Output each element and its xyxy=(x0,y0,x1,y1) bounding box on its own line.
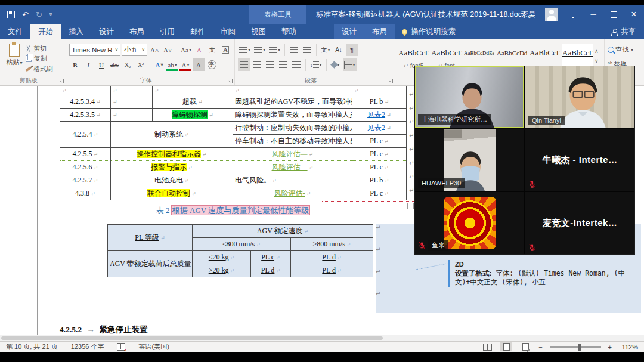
numbering-button[interactable]: ▾ xyxy=(253,44,267,56)
tab-table-design[interactable]: 设计 xyxy=(334,24,364,39)
italic-button[interactable]: I xyxy=(82,58,94,71)
read-mode-button[interactable] xyxy=(481,342,493,351)
strikethrough-button[interactable]: abc xyxy=(109,58,120,71)
multilevel-list-button[interactable]: ▾ xyxy=(268,44,281,56)
asian-layout-button[interactable]: 文▾ xyxy=(320,44,332,56)
paste-label: 粘贴 xyxy=(6,58,19,66)
styles-scroll-up-button[interactable]: ∧ xyxy=(595,48,599,54)
tab-help[interactable]: 帮助 xyxy=(274,24,304,39)
justify-button[interactable] xyxy=(277,58,289,71)
find-button[interactable]: 查找 ▾ xyxy=(608,42,641,57)
table-resize-handle[interactable] xyxy=(407,203,414,209)
phonetic-guide-button[interactable]: 文 xyxy=(206,44,218,56)
restore-button[interactable] xyxy=(608,5,619,24)
share-button[interactable]: 共享 xyxy=(603,24,644,39)
ribbon-display-options-button[interactable] xyxy=(568,5,578,24)
tab-layout[interactable]: 布局 xyxy=(122,24,152,39)
account-name[interactable]: 李昊 xyxy=(521,10,535,20)
align-left-button[interactable] xyxy=(238,58,250,71)
show-marks-button[interactable]: ¶ xyxy=(346,44,358,56)
text-effects-button[interactable]: A▾ xyxy=(153,58,165,71)
font-name-combo[interactable]: Times New R∨ xyxy=(69,44,120,56)
superscript-button[interactable]: X² xyxy=(135,58,147,71)
tab-table-layout[interactable]: 布局 xyxy=(364,24,395,39)
tab-insert[interactable]: 插入 xyxy=(61,24,91,39)
paste-dropdown-icon: ▾ xyxy=(20,60,22,66)
format-painter-label: 格式刷 xyxy=(33,64,53,73)
redo-button[interactable]: ↻ xyxy=(36,11,42,18)
tab-review[interactable]: 审阅 xyxy=(213,24,243,39)
sort-button[interactable]: A↓ xyxy=(333,44,345,56)
zoom-slider[interactable] xyxy=(550,346,601,348)
minimize-button[interactable]: ─ xyxy=(588,5,599,24)
tab-design[interactable]: 设计 xyxy=(91,24,122,39)
styles-scroll-down-button[interactable]: ∨ xyxy=(595,58,599,64)
increase-indent-button[interactable] xyxy=(301,44,313,56)
page-indicator[interactable]: 第 10 页, 共 21 页 xyxy=(6,342,58,351)
tab-home[interactable]: 开始 xyxy=(30,24,61,39)
clipboard-dialog-launcher[interactable] xyxy=(59,79,64,83)
tab-file[interactable]: 文件 xyxy=(0,24,30,39)
video-tile-huawei-p30[interactable]: HUAWEI P30 xyxy=(415,129,524,191)
clear-formatting-button[interactable]: A xyxy=(193,44,205,56)
font-size-combo[interactable]: 小五∨ xyxy=(122,44,147,56)
video-tile-qin-tianyi[interactable]: Qin Tianyi xyxy=(525,66,634,128)
print-layout-button[interactable] xyxy=(500,342,512,351)
copy-button[interactable]: 复制 xyxy=(26,54,53,64)
tab-references[interactable]: 引用 xyxy=(152,24,182,39)
video-tile-active-speaker[interactable]: 上海电器科学研究所… xyxy=(415,66,524,128)
paste-button[interactable]: 粘贴▾ xyxy=(3,42,26,74)
bold-button[interactable]: B xyxy=(69,58,81,71)
video-tile-mai-jingwen[interactable]: 麦竞文-Intertek… xyxy=(525,192,634,254)
cut-button[interactable]: 剪切 xyxy=(26,44,53,54)
tell-me-search[interactable]: 操作说明搜索 xyxy=(395,24,463,39)
video-tile-yumi[interactable]: 鱼米 xyxy=(415,192,524,254)
zoom-out-button[interactable]: − xyxy=(538,344,542,351)
language-indicator[interactable]: 英语(美国) xyxy=(138,342,169,351)
decrease-indent-button[interactable] xyxy=(288,44,300,56)
close-button[interactable]: × xyxy=(628,5,639,24)
format-painter-button[interactable]: 格式刷 xyxy=(26,64,53,74)
change-case-button[interactable]: Aa▾ xyxy=(180,44,192,56)
character-shading-button[interactable]: A xyxy=(193,58,205,71)
muted-mic-icon xyxy=(528,243,536,251)
distribute-button[interactable] xyxy=(290,58,302,71)
video-tile-niu-xijie[interactable]: 牛曦杰 - Interte… xyxy=(525,129,634,191)
line-spacing-button[interactable]: ↕▾ xyxy=(309,58,323,71)
subscript-button[interactable]: X₂ xyxy=(122,58,134,71)
risk-table[interactable]: 4.2.5.3.4 超载 因超载引起的AGV不稳定，而导致冲撞人员风险。 PL … xyxy=(60,86,407,200)
proofing-status-icon[interactable] xyxy=(117,343,125,351)
see-table2-link[interactable]: 见表2 xyxy=(367,110,385,119)
tab-mailings[interactable]: 邮件 xyxy=(182,24,213,39)
font-color-button[interactable]: A▾ xyxy=(179,58,191,71)
zoom-slider-thumb[interactable] xyxy=(578,344,581,351)
customize-qat-button[interactable]: ▿ xyxy=(49,12,52,17)
save-icon[interactable] xyxy=(7,11,15,18)
highlight-color-button[interactable]: ab▾ xyxy=(166,58,178,71)
horizontal-scrollbar[interactable] xyxy=(0,335,644,341)
font-dialog-launcher[interactable] xyxy=(228,79,233,83)
tab-view[interactable]: 视图 xyxy=(243,24,274,39)
align-right-button[interactable] xyxy=(264,58,276,71)
zoom-level[interactable]: 112% xyxy=(619,344,638,351)
undo-button[interactable]: ↶ xyxy=(22,11,29,18)
align-center-button[interactable] xyxy=(251,58,263,71)
see-table2-link[interactable]: 见表2 xyxy=(367,123,385,132)
web-layout-button[interactable] xyxy=(519,342,531,351)
titlebar-controls: 李昊 ─ × xyxy=(521,5,639,24)
shading-button[interactable]: ▾ xyxy=(330,58,342,71)
zoom-in-button[interactable]: + xyxy=(608,344,612,351)
grow-font-button[interactable]: A˄ xyxy=(148,44,160,56)
revision-balloon[interactable]: ZD 设置了格式: 字体: (默认) Times New Roman, (中文)… xyxy=(448,260,643,287)
bullets-button[interactable]: ▾ xyxy=(238,44,252,56)
table2[interactable]: PL 等级 AGV 额定速度 ≤800 mm/s >800 mm/s AGV 带… xyxy=(107,224,373,277)
word-count[interactable]: 12356 个字 xyxy=(71,342,104,351)
borders-button[interactable]: ▾ xyxy=(343,58,357,71)
enclose-characters-button[interactable]: 字 xyxy=(206,58,218,71)
character-border-button[interactable]: A xyxy=(219,44,231,56)
underline-button[interactable]: U xyxy=(95,58,107,71)
scrollbar-thumb[interactable] xyxy=(1,336,383,340)
paragraph-dialog-launcher[interactable] xyxy=(388,79,393,83)
avatar[interactable] xyxy=(545,8,558,21)
shrink-font-button[interactable]: A˅ xyxy=(162,44,174,56)
